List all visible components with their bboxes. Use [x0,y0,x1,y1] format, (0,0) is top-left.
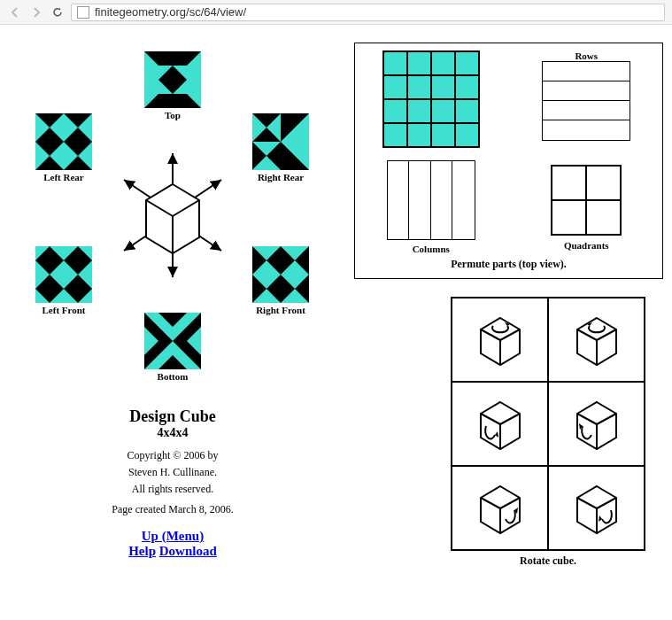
face-left-rear-pattern [35,113,92,170]
permute-rows[interactable]: Rows [518,50,656,151]
quadrants-label: Quadrants [518,240,656,251]
permute-box: Rows Columns Quadrants Permute parts (to… [354,43,663,279]
face-right-front-pattern [252,246,309,303]
info-block: Design Cube 4x4x4 Copyright © 2006 by St… [9,407,336,559]
face-right-front-label: Right Front [252,305,309,315]
permute-full[interactable] [362,50,500,151]
copyright-1: Copyright © 2006 by [9,449,336,462]
rotate-left-ccw[interactable] [452,382,548,466]
face-left-front[interactable]: Left Front [35,246,92,315]
copyright-3: All rights reserved. [9,483,336,496]
rotate-right-cw[interactable] [548,466,645,550]
rotate-top-cw[interactable] [548,298,645,382]
face-bottom-label: Bottom [144,371,201,382]
face-left-rear[interactable]: Left Rear [35,113,92,182]
face-right-rear-label: Right Rear [252,172,309,182]
url-bar[interactable]: finitegeometry.org/sc/64/view/ [71,4,665,21]
face-left-rear-label: Left Rear [35,172,92,182]
help-link[interactable]: Help [128,544,156,558]
page-icon [77,6,89,19]
forward-button[interactable] [28,4,44,20]
face-bottom[interactable]: Bottom [144,313,201,382]
reload-button[interactable] [50,4,66,20]
permute-columns[interactable]: Columns [362,160,500,254]
columns-label: Columns [362,244,500,254]
rotate-left-cw[interactable] [548,382,645,466]
face-top-pattern [144,51,201,108]
face-right-rear[interactable]: Right Rear [252,113,309,182]
rotate-box: Rotate cube. [451,297,645,568]
svg-line-39 [124,180,151,198]
permute-quadrants[interactable]: Quadrants [518,160,656,254]
page-title: Design Cube [9,407,336,426]
page-created: Page created March 8, 2006. [9,503,336,516]
page-subtitle: 4x4x4 [9,426,336,440]
rotate-caption: Rotate cube. [451,554,645,568]
face-left-front-label: Left Front [35,305,92,315]
face-top-label: Top [144,110,201,120]
rows-label: Rows [518,50,656,61]
svg-line-40 [195,180,221,198]
cube-3d-axes [115,149,230,282]
rotate-right-ccw[interactable] [452,466,548,550]
face-right-rear-pattern [252,113,309,170]
browser-chrome: finitegeometry.org/sc/64/view/ [0,0,672,25]
download-link[interactable]: Download [159,544,217,558]
copyright-2: Steven H. Cullinane. [9,466,336,479]
face-left-front-pattern [35,246,92,303]
rotate-top-ccw[interactable] [452,298,548,382]
url-text: finitegeometry.org/sc/64/view/ [95,5,246,19]
design-cube-panel: Top Left Rear [9,43,336,568]
face-top[interactable]: Top [144,51,201,120]
face-right-front[interactable]: Right Front [252,246,309,315]
back-button[interactable] [7,4,23,20]
permute-caption: Permute parts (top view). [362,258,655,271]
up-link[interactable]: Up (Menu) [142,529,204,543]
face-bottom-pattern [144,313,201,369]
